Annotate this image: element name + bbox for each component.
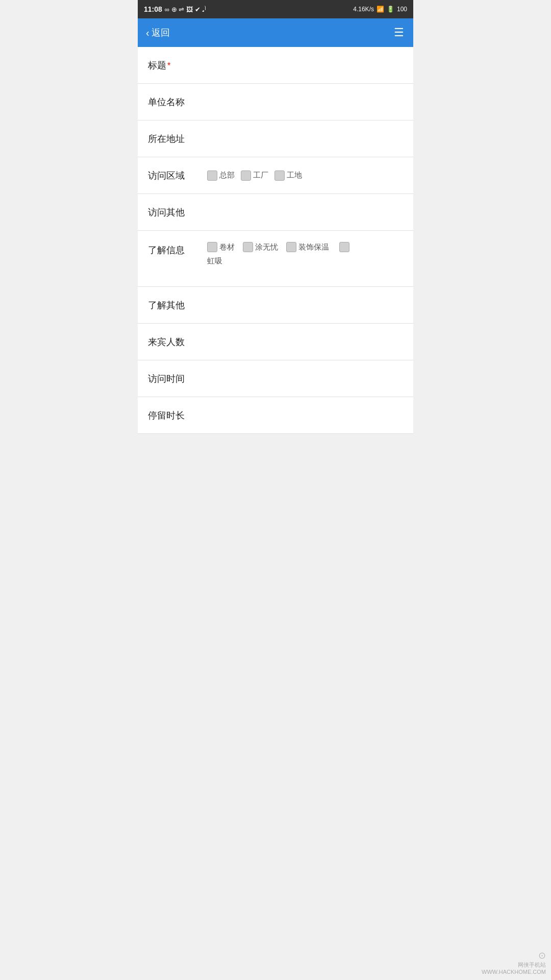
label-learn-info: 了解信息 (148, 242, 199, 256)
status-bar: 11:08 ∞ ⊕ ⇌ 🖼 ✔ 𝅘𝅥𝅮 4.16K/s 📶 🔋 100 (138, 0, 413, 18)
label-address: 所在地址 (148, 133, 199, 145)
checkbox-item-gongdi: 工地 (274, 170, 302, 181)
field-row-address: 所在地址 (138, 120, 413, 157)
battery-level: 100 (397, 6, 407, 13)
learn-info-sub-options: 虹吸 (207, 256, 403, 266)
checkbox-extra[interactable] (339, 242, 349, 252)
checkbox-item-zhuangshi: 装饰保温 (286, 242, 329, 252)
checkbox-zhuangshi[interactable] (286, 242, 296, 252)
field-row-visit-time: 访问时间 (138, 360, 413, 397)
field-row-visit-domain: 访问区域 总部 工厂 工地 (138, 157, 413, 194)
checkbox-gongchang[interactable] (241, 170, 251, 181)
label-stay-duration: 停留时长 (148, 409, 199, 422)
hamburger-icon: ☰ (394, 26, 405, 39)
field-row-guest-count: 来宾人数 (138, 324, 413, 360)
field-row-learn-info: 了解信息 卷材 涂无忧 装饰保温 虹吸 (138, 231, 413, 287)
label-visit-time: 访问时间 (148, 373, 199, 385)
label-title: 标题* (148, 59, 199, 71)
label-unit-name: 单位名称 (148, 96, 199, 108)
status-icons: ∞ ⊕ ⇌ 🖼 ✔ 𝅘𝅥𝅮 (165, 6, 206, 13)
status-left: 11:08 ∞ ⊕ ⇌ 🖼 ✔ 𝅘𝅥𝅮 (144, 5, 206, 13)
label-visit-domain: 访问区域 (148, 169, 199, 182)
checkbox-label-zongbu: 总部 (219, 170, 235, 180)
checkbox-item-zongbu: 总部 (207, 170, 235, 181)
form-container: 标题* 单位名称 所在地址 访问区域 总部 工厂 工地 访问其他 (138, 47, 413, 434)
checkbox-label-zhuangshi: 装饰保温 (298, 242, 329, 252)
checkbox-gongdi[interactable] (274, 170, 285, 181)
checkbox-juancai[interactable] (207, 242, 217, 252)
learn-info-main-options: 卷材 涂无忧 装饰保温 (207, 242, 403, 252)
menu-button[interactable]: ☰ (394, 26, 405, 39)
checkbox-label-tuwuyou: 涂无忧 (255, 242, 278, 252)
battery-icon: 🔋 (387, 6, 394, 13)
required-star: * (167, 61, 170, 70)
label-guest-count: 来宾人数 (148, 336, 199, 348)
field-row-learn-other: 了解其他 (138, 287, 413, 324)
label-visit-other: 访问其他 (148, 206, 199, 218)
field-row-visit-other: 访问其他 (138, 194, 413, 231)
checkbox-item-gongchang: 工厂 (241, 170, 268, 181)
field-row-unit-name: 单位名称 (138, 84, 413, 120)
checkbox-label-gongdi: 工地 (287, 170, 302, 180)
status-right: 4.16K/s 📶 🔋 100 (353, 6, 407, 13)
label-learn-other: 了解其他 (148, 299, 199, 311)
wifi-icon: 📶 (377, 6, 384, 13)
back-button[interactable]: ‹ 返回 (146, 27, 170, 39)
field-row-title: 标题* (138, 47, 413, 84)
checkbox-item-juancai: 卷材 (207, 242, 235, 252)
sub-label-hongxi: 虹吸 (207, 256, 222, 266)
nav-bar: ‹ 返回 ☰ (138, 18, 413, 47)
checkbox-label-juancai: 卷材 (219, 242, 235, 252)
checkbox-tuwuyou[interactable] (243, 242, 253, 252)
checkbox-item-tuwuyou: 涂无忧 (243, 242, 278, 252)
checkbox-zongbu[interactable] (207, 170, 217, 181)
network-speed: 4.16K/s (353, 6, 374, 13)
field-row-stay-duration: 停留时长 (138, 397, 413, 434)
learn-info-content: 卷材 涂无忧 装饰保温 虹吸 (207, 242, 403, 266)
back-arrow-icon: ‹ (146, 27, 149, 39)
checkbox-label-gongchang: 工厂 (253, 170, 268, 180)
back-label: 返回 (152, 27, 170, 39)
visit-domain-options: 总部 工厂 工地 (207, 170, 403, 181)
status-time: 11:08 (144, 5, 162, 13)
